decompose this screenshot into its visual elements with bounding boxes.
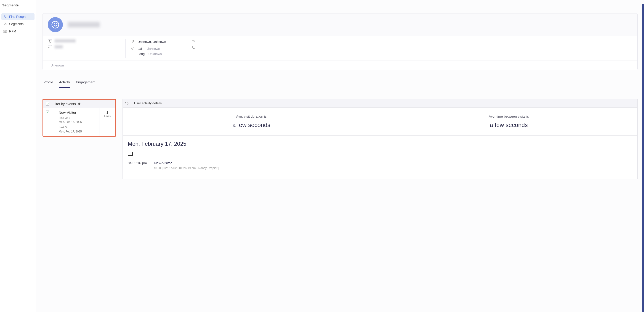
- entry-time: 04:59:16 pm: [128, 161, 148, 165]
- entry-name: New-Visitor: [154, 161, 632, 165]
- info-col-location: Unknown, Unknown Lat - Unknown Long - Un…: [126, 39, 186, 58]
- tag-icon: [123, 99, 131, 107]
- info-col-ids: ID: [48, 39, 126, 58]
- redacted-field: [54, 39, 76, 42]
- tabs: Profile Activity Engagement: [42, 77, 638, 88]
- tab-activity[interactable]: Activity: [59, 77, 70, 88]
- info-row-email: [191, 39, 195, 43]
- profile-card: ID Unknown, Unknown: [42, 13, 638, 70]
- svg-point-12: [132, 41, 133, 41]
- redacted-field: [54, 45, 63, 48]
- svg-rect-7: [5, 31, 6, 33]
- details-title: User activity details: [131, 101, 165, 105]
- entry-meta: $100|02/01/2025 01:26:19 pm|Nancy|zapier…: [154, 166, 632, 170]
- info-row-app: [48, 39, 120, 43]
- scrollbar-accent[interactable]: [642, 4, 644, 312]
- sidebar-item-rfm[interactable]: RFM: [1, 28, 34, 35]
- svg-point-8: [52, 21, 59, 28]
- sort-icon[interactable]: [78, 103, 80, 105]
- long-value: Unknown: [148, 52, 162, 56]
- date-heading: Mon, February 17, 2025: [128, 141, 632, 147]
- event-first-on: First On : Mon, Feb 17, 2025: [59, 116, 96, 124]
- event-name: New-Visitor: [59, 111, 96, 114]
- svg-rect-6: [4, 31, 5, 33]
- mail-icon: [191, 39, 195, 43]
- tab-profile[interactable]: Profile: [44, 77, 53, 88]
- main-content: ID Unknown, Unknown: [36, 0, 644, 312]
- profile-bottom: Unknown: [43, 60, 637, 70]
- svg-point-15: [126, 102, 126, 103]
- phone-icon: [191, 45, 195, 49]
- filter-select-all-checkbox[interactable]: [46, 102, 49, 105]
- laptop-icon: [128, 152, 632, 157]
- svg-point-13: [132, 47, 134, 49]
- top-divider: [36, 0, 644, 3]
- redacted-name: [68, 22, 100, 27]
- svg-text:ID: ID: [48, 47, 50, 48]
- sidebar-item-segments[interactable]: Segments: [1, 20, 34, 28]
- svg-point-3: [5, 23, 6, 24]
- svg-rect-16: [129, 152, 132, 155]
- gender-text: Unknown: [50, 63, 64, 67]
- stats-row: Avg. visit duration is a few seconds Avg…: [123, 108, 637, 136]
- activity-layout: Filter by events New-Visitor First On :: [42, 99, 638, 179]
- stat-avg-time-between: Avg. time between visits is a few second…: [380, 108, 638, 135]
- grid-icon: [3, 29, 7, 33]
- check-icon: [46, 103, 49, 105]
- sidebar-title: Segments: [1, 3, 34, 13]
- location-text: Unknown, Unknown: [138, 39, 166, 44]
- svg-point-0: [4, 15, 5, 17]
- filter-event-row: New-Visitor First On : Mon, Feb 17, 2025…: [43, 108, 116, 136]
- profile-info: ID Unknown, Unknown: [43, 36, 637, 60]
- lat-value: Unknown: [147, 47, 160, 50]
- event-count: 1 times: [100, 108, 116, 136]
- profile-header: [43, 13, 637, 36]
- tab-engagement[interactable]: Engagement: [76, 77, 95, 88]
- date-section: Mon, February 17, 2025 04:59:16 pm New-V…: [123, 136, 637, 179]
- stat-avg-visit-duration: Avg. visit duration is a few seconds: [123, 108, 380, 135]
- svg-point-9: [54, 23, 54, 24]
- event-checkbox[interactable]: [46, 111, 49, 114]
- check-icon: [46, 111, 49, 113]
- user-activity-details-panel: User activity details Avg. visit duratio…: [122, 99, 638, 179]
- info-row-phone: [191, 45, 195, 49]
- sidebar-item-label: Segments: [9, 22, 24, 26]
- svg-point-2: [4, 23, 5, 24]
- sidebar-item-label: RFM: [9, 29, 16, 33]
- smile-icon: [51, 20, 60, 29]
- info-row-geo: Lat - Unknown Long - Unknown: [131, 46, 181, 56]
- compass-icon: [131, 46, 135, 50]
- long-label: Long -: [138, 52, 147, 56]
- pin-icon: [131, 39, 135, 43]
- info-row-id: ID: [48, 45, 120, 49]
- event-last-on: Last On : Mon, Feb 17, 2025: [59, 125, 96, 134]
- sidebar-item-find-people[interactable]: Find People: [1, 13, 34, 20]
- sidebar: Segments Find People Segments RFM: [0, 0, 36, 312]
- svg-rect-5: [5, 30, 6, 31]
- search-people-icon: [3, 15, 7, 18]
- info-row-location: Unknown, Unknown: [131, 39, 181, 44]
- filter-header: Filter by events: [43, 100, 116, 108]
- lat-label: Lat -: [138, 47, 144, 50]
- details-header: User activity details: [123, 99, 637, 108]
- id-icon: ID: [48, 45, 52, 49]
- timeline-entry: 04:59:16 pm New-Visitor $100|02/01/2025 …: [128, 161, 632, 170]
- avatar: [48, 17, 63, 32]
- app-icon: [48, 39, 52, 43]
- filter-title: Filter by events: [52, 102, 76, 106]
- svg-rect-4: [4, 30, 5, 31]
- geo-values: Lat - Unknown Long - Unknown: [138, 46, 162, 56]
- svg-point-10: [56, 23, 57, 24]
- sidebar-item-label: Find People: [9, 15, 26, 18]
- filter-by-events-panel: Filter by events New-Visitor First On :: [42, 99, 116, 137]
- people-icon: [3, 22, 7, 26]
- info-col-contact: [186, 39, 200, 58]
